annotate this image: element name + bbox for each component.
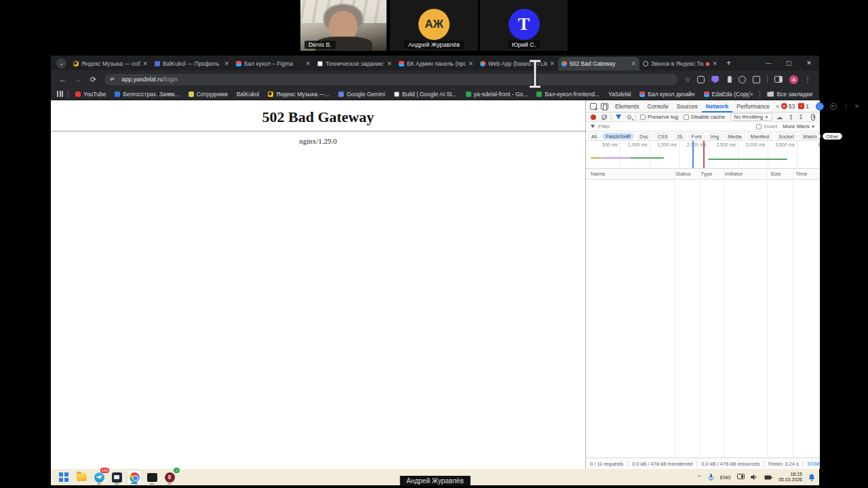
bookmark-star-icon[interactable]: ☆ — [684, 76, 690, 83]
sync-status-icon[interactable] — [816, 102, 824, 110]
filter-chip-media[interactable]: Media — [724, 133, 745, 140]
forward-button[interactable]: → — [75, 75, 82, 83]
browser-tab[interactable]: BalKukol — Профиль✕ — [151, 57, 233, 70]
column-header-type[interactable]: Type — [701, 171, 712, 177]
bookmark-item[interactable]: Яндекс Музыка —... — [268, 91, 330, 98]
device-toolbar-icon[interactable] — [601, 103, 608, 110]
network-overview-timeline[interactable]: 500 ms1,000 ms1,500 ms2,000 ms2,500 ms3,… — [586, 141, 820, 169]
bookmark-item[interactable]: Сотрудники — [189, 91, 228, 98]
bookmark-item[interactable]: YouTube — [75, 91, 106, 98]
taskbar-app-sec[interactable]: ✓ — [162, 470, 177, 485]
filter-chip-socket[interactable]: Socket — [775, 133, 797, 140]
mic-extension-icon[interactable] — [728, 76, 732, 83]
site-settings-icon[interactable]: ⇄ — [110, 77, 117, 82]
browser-tab[interactable]: Звонок в Яндекс Теле✕ — [639, 57, 721, 70]
devtools-close-icon[interactable]: ✕ — [854, 103, 860, 110]
close-tab-icon[interactable]: ✕ — [305, 60, 311, 67]
browser-menu-icon[interactable]: ⋮ — [804, 76, 811, 83]
filter-chip-css[interactable]: CSS — [654, 133, 671, 140]
participant-tile-avatar[interactable]: АЖ Андрей Журавлёв — [390, 0, 478, 51]
filter-chip-all[interactable]: All — [588, 133, 600, 140]
filter-chip-fetch-xhr[interactable]: Fetch/XHR — [602, 133, 634, 140]
shield-extension-icon[interactable] — [711, 76, 719, 83]
filter-chip-img[interactable]: Img — [707, 133, 723, 140]
bookmark-item[interactable]: BalKukol — [237, 91, 260, 98]
import-har-icon[interactable]: ↥ — [789, 114, 794, 121]
bookmark-item[interactable]: Build | Google AI St... — [394, 91, 457, 98]
bookmark-item[interactable]: EdaEda (Copy) – Fig... — [704, 91, 750, 98]
taskbar-app-chrome[interactable] — [127, 470, 142, 485]
search-network-icon[interactable] — [627, 115, 631, 119]
throttling-select[interactable]: No throttling ▼ — [730, 113, 772, 121]
record-network-icon[interactable] — [591, 115, 596, 120]
network-request-table[interactable]: NameStatusTypeInitiatorSizeTime — [586, 169, 820, 458]
tray-battery-icon[interactable] — [764, 474, 772, 481]
invert-checkbox[interactable]: Invert — [756, 123, 777, 129]
apps-grid-icon[interactable] — [57, 91, 63, 97]
devtools-tab-elements[interactable]: Elements — [611, 100, 643, 113]
url-text[interactable]: app.yasdelal.ru/login — [121, 76, 178, 83]
language-indicator[interactable]: ENG — [720, 474, 731, 481]
close-tab-icon[interactable]: ✕ — [468, 60, 473, 67]
column-header-time[interactable]: Time — [795, 171, 807, 177]
address-bar[interactable]: ⇄ app.yasdelal.ru/login — [104, 74, 677, 85]
close-tab-icon[interactable]: ✕ — [549, 60, 555, 67]
participant-tile-video[interactable]: Denis B. — [300, 0, 387, 51]
more-filters-button[interactable]: More filters ▼ — [783, 123, 815, 129]
filter-chip-manifest[interactable]: Manifest — [747, 133, 773, 140]
tray-chevron-icon[interactable]: ⌃ — [697, 474, 702, 481]
taskbar-app-start[interactable] — [56, 470, 71, 485]
browser-tab[interactable]: Web App (based on LiteF✕ — [477, 57, 558, 70]
tray-volume-icon[interactable] — [751, 474, 758, 481]
taskbar-app-explorer[interactable] — [74, 470, 89, 485]
devtools-settings-icon[interactable] — [830, 103, 837, 110]
column-header-status[interactable]: Status — [675, 171, 691, 177]
column-header-initiator[interactable]: Initiator — [725, 171, 743, 177]
disable-cache-checkbox[interactable]: Disable cache — [684, 114, 725, 120]
column-header-name[interactable]: Name — [591, 171, 605, 177]
devtools-tab-console[interactable]: Console — [643, 100, 672, 113]
close-tab-icon[interactable]: ✕ — [224, 60, 229, 67]
close-tab-icon[interactable]: ✕ — [142, 60, 148, 67]
taskbar-clock[interactable]: 18:15 05.03.2026 — [778, 472, 802, 483]
notifications-bell-icon[interactable] — [808, 474, 815, 481]
devtools-tab-network[interactable]: Network — [702, 100, 733, 113]
more-tabs-icon[interactable]: » — [774, 103, 781, 110]
browser-tab[interactable]: Бал кукол – Figma✕ — [233, 57, 314, 70]
close-tab-icon[interactable]: ✕ — [387, 60, 392, 67]
close-tab-icon[interactable]: ✕ — [712, 60, 717, 67]
taskbar-app-messenger[interactable] — [109, 470, 124, 485]
bookmark-item[interactable]: Бал-кукол-frontend... — [536, 91, 599, 98]
all-bookmarks-button[interactable]: Все закладки — [767, 91, 812, 98]
network-conditions-icon[interactable] — [776, 115, 783, 119]
preserve-log-checkbox[interactable]: Preserve log — [640, 114, 678, 120]
column-header-size[interactable]: Size — [770, 171, 781, 177]
bookmark-item[interactable]: Google Gemini — [338, 91, 385, 98]
close-tab-icon[interactable]: ✕ — [631, 60, 636, 67]
filter-chip-wasm[interactable]: Wasm — [800, 133, 821, 140]
bookmark-item[interactable]: Белгосстрах. Заявк... — [115, 91, 179, 98]
clear-network-icon[interactable] — [601, 115, 607, 120]
export-har-icon[interactable]: ↧ — [798, 114, 804, 121]
browser-tab[interactable]: Техническое задание: А✕ — [314, 57, 395, 70]
filter-chip-doc[interactable]: Doc — [636, 133, 652, 140]
profile-avatar[interactable]: A — [789, 75, 798, 84]
taskbar-app-terminal[interactable] — [144, 470, 159, 485]
participant-tile-avatar[interactable]: T Юрий С. — [480, 0, 568, 51]
browser-tab[interactable]: Яндекс Музыка — собир✕ — [70, 57, 151, 70]
reload-button[interactable]: ⟳ — [90, 75, 96, 84]
bookmarks-overflow-icon[interactable]: » — [750, 91, 753, 98]
devtools-tab-sources[interactable]: Sources — [673, 100, 702, 113]
new-tab-button[interactable]: + — [726, 58, 731, 68]
browser-tab[interactable]: 502 Bad Gateway✕ — [558, 57, 639, 70]
error-count-badge[interactable]: ✕ 53 — [781, 103, 795, 110]
tab-search-icon[interactable]: ⌄ — [56, 58, 66, 68]
bookmark-item[interactable]: YaSdelal — [608, 91, 631, 98]
cast-extension-icon[interactable] — [697, 76, 705, 83]
browser-tab[interactable]: БК Админ панель (прос✕ — [395, 57, 477, 70]
extensions-puzzle-icon[interactable] — [753, 76, 760, 83]
bookmark-item[interactable]: Бал кукол дизайн — [639, 91, 694, 98]
tray-display-icon[interactable] — [737, 474, 745, 481]
taskbar-app-telegram[interactable]: 145 — [92, 470, 106, 485]
back-button[interactable]: ← — [59, 75, 66, 83]
